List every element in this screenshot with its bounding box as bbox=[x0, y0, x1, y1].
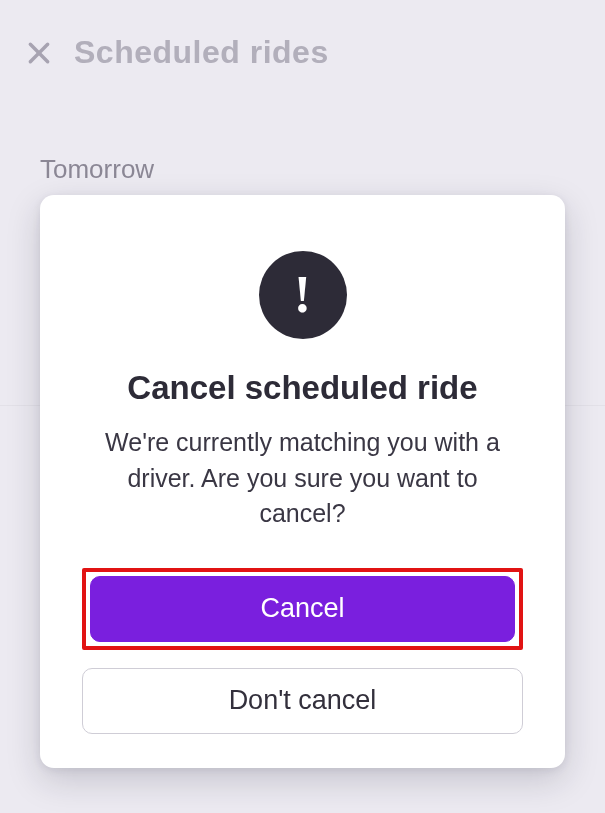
alert-icon: ! bbox=[259, 251, 347, 339]
cancel-ride-dialog: ! Cancel scheduled ride We're currently … bbox=[40, 195, 565, 768]
highlight-annotation: Cancel bbox=[82, 568, 523, 650]
cancel-button[interactable]: Cancel bbox=[90, 576, 515, 642]
dont-cancel-button[interactable]: Don't cancel bbox=[82, 668, 523, 734]
alert-icon-glyph: ! bbox=[294, 269, 311, 321]
dialog-body: We're currently matching you with a driv… bbox=[93, 425, 513, 532]
dialog-title: Cancel scheduled ride bbox=[127, 369, 477, 407]
